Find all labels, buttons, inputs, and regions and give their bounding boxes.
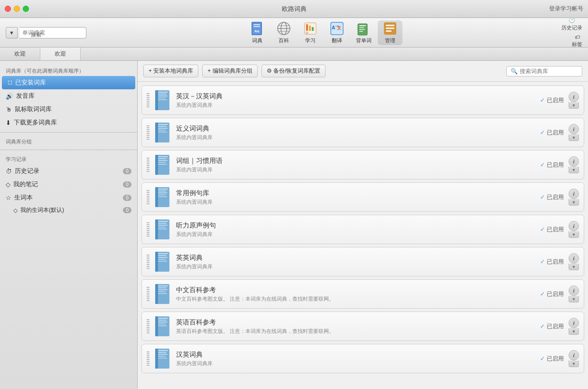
dict-info: 常用例句库 系统内置词典库 [176, 189, 535, 206]
dict-expand-button[interactable]: ▼ [569, 328, 579, 335]
svg-rect-87 [158, 354, 168, 355]
dict-expand-button[interactable]: ▼ [569, 231, 579, 238]
svg-rect-31 [158, 95, 168, 96]
svg-rect-80 [158, 322, 168, 323]
dict-icon: Aa [250, 21, 265, 36]
study-title: 学习记录 [0, 153, 137, 164]
book-icon [154, 348, 171, 369]
svg-rect-64 [158, 253, 168, 254]
svg-rect-11 [306, 24, 308, 31]
svg-rect-63 [155, 252, 158, 272]
dict-info-button[interactable]: i [569, 318, 579, 328]
dict-info-button[interactable]: i [569, 124, 579, 134]
sidebar-item-history[interactable]: ⏱ 历史记录 0 [0, 164, 137, 178]
dict-sub: 系统内置词典库 [176, 360, 535, 367]
sidebar-item-my-vocab[interactable]: ◇ 我的生词本(默认) 0 [0, 204, 137, 216]
dict-expand-button[interactable]: ▼ [569, 134, 579, 141]
drag-handle[interactable] [147, 319, 149, 333]
my-vocab-label: 我的生词本(默认) [20, 206, 64, 214]
status-label: 已启用 [547, 96, 564, 104]
svg-rect-33 [158, 99, 167, 100]
drag-handle[interactable] [147, 351, 149, 366]
toolbar-translate-button[interactable]: A 文 翻译 [325, 20, 349, 45]
dict-expand-button[interactable]: ▼ [569, 264, 579, 270]
dict-expand-button[interactable]: ▼ [569, 167, 579, 173]
search-input[interactable] [19, 29, 86, 36]
check-icon: ✓ [540, 258, 545, 265]
search-dict-input[interactable] [520, 68, 581, 75]
backup-button[interactable]: ⚙ 备份/恢复词库配置 [261, 65, 326, 77]
dict-info-button[interactable]: i [569, 189, 579, 199]
pronunciation-icon: 🔊 [6, 93, 13, 100]
dict-status: ✓ 已启用 [540, 129, 564, 137]
dict-status: ✓ 已启用 [540, 96, 564, 104]
mouse-label: 鼠标取词词库 [15, 105, 52, 114]
sidebar-item-installed[interactable]: ☐ 已安装词库 [2, 76, 135, 89]
drag-handle[interactable] [147, 222, 149, 237]
svg-rect-28 [155, 90, 158, 110]
sidebar-item-vocab[interactable]: ☆ 生词本 0 [0, 191, 137, 204]
drag-handle[interactable] [147, 190, 149, 204]
dict-info-button[interactable]: i [569, 253, 579, 264]
sidebar-item-pronunciation[interactable]: 🔊 发音库 [0, 89, 137, 103]
status-label: 已启用 [547, 290, 564, 298]
search-input-wrapper [19, 27, 86, 38]
svg-rect-57 [158, 221, 168, 222]
svg-rect-22 [359, 31, 363, 32]
svg-rect-37 [158, 126, 167, 127]
sidebar-item-notes[interactable]: ◇ 我的笔记 0 [0, 178, 137, 191]
dict-expand-button[interactable]: ▼ [569, 102, 579, 109]
search-dropdown[interactable]: ▼ [6, 27, 18, 38]
toolbar-bg-button[interactable]: 背单词 [351, 20, 376, 45]
edit-group-button[interactable]: + 编辑词典库分组 [202, 65, 257, 77]
drag-handle[interactable] [147, 93, 149, 107]
dict-expand-button[interactable]: ▼ [569, 361, 579, 367]
dict-item: 汉英词典 系统内置词典库 ✓ 已启用 i ▼ [141, 344, 584, 373]
svg-rect-50 [158, 189, 168, 190]
toolbar-dict-button[interactable]: Aa 词典 [245, 20, 270, 45]
dict-info-button[interactable]: i [569, 221, 579, 231]
toolbar-manage-button[interactable]: 管理 [378, 20, 402, 45]
history-button[interactable]: 🕐 历史记录 [561, 17, 582, 31]
sidebar-item-mouse[interactable]: 🖱 鼠标取词词库 [0, 103, 137, 116]
dict-sub: 系统内置词典库 [176, 102, 535, 109]
bg-icon [356, 21, 371, 36]
tab-welcome2[interactable]: 欢迎 [40, 47, 81, 60]
account-label[interactable]: 登录学习帐号 [549, 5, 583, 13]
dict-label: 词典 [252, 37, 262, 44]
dict-actions: i ▼ [569, 124, 579, 141]
tab-welcome1[interactable]: 欢迎 [0, 47, 40, 60]
dict-info-button[interactable]: i [569, 285, 579, 296]
tags-button[interactable]: 🏷 标签 [572, 34, 582, 48]
drag-handle[interactable] [147, 287, 149, 301]
dict-info-button[interactable]: i [569, 350, 579, 361]
dict-info: 英语百科参考 英语百科参考图文版。 注意：本词库为在线词典，查找时需要联网。 [176, 318, 535, 335]
dict-expand-button[interactable]: ▼ [569, 199, 579, 206]
svg-rect-43 [158, 156, 168, 157]
translate-icon: A 文 [329, 21, 345, 36]
dict-info-button[interactable]: i [569, 92, 579, 102]
dict-item: 中文百科参考 中文百科参考图文版。 注意：本词库为在线词典，查找时需要联网。 ✓… [141, 279, 584, 309]
drag-handle[interactable] [147, 255, 149, 269]
maximize-button[interactable] [23, 6, 29, 12]
drag-handle[interactable] [147, 125, 149, 140]
dict-name: 英英词典 [176, 254, 535, 262]
sidebar-item-download[interactable]: ⬇ 下载更多词典库 [0, 116, 137, 129]
toolbar-wiki-button[interactable]: 百科 [271, 20, 296, 45]
tags-label: 标签 [572, 41, 582, 48]
learn-icon: 学 [303, 21, 318, 36]
install-local-button[interactable]: + 安装本地词典库 [143, 65, 198, 77]
svg-rect-61 [158, 228, 167, 229]
drag-handle[interactable] [147, 158, 149, 172]
download-label: 下载更多词典库 [14, 118, 57, 127]
dict-actions: i ▼ [569, 221, 579, 238]
toolbar-learn-button[interactable]: 学 学习 [298, 20, 323, 45]
tab-bar: 欢迎 欢迎 [0, 47, 588, 61]
close-button[interactable] [5, 6, 11, 12]
dict-expand-button[interactable]: ▼ [569, 296, 579, 303]
dict-info-button[interactable]: i [569, 156, 579, 167]
search-dict-icon: 🔍 [511, 68, 518, 75]
dict-actions: i ▼ [569, 253, 579, 270]
svg-rect-58 [158, 223, 167, 224]
minimize-button[interactable] [14, 6, 20, 12]
